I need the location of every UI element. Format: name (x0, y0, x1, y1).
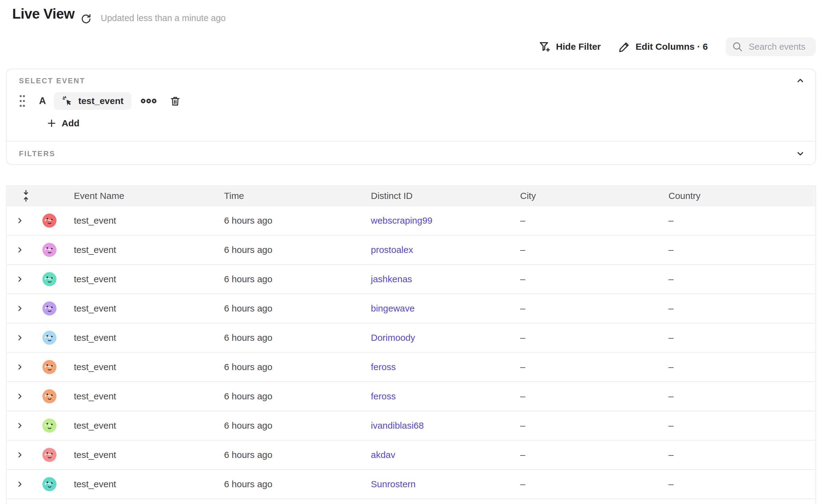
country-cell: – (668, 479, 673, 489)
city-cell: – (520, 420, 525, 431)
avatar (42, 418, 56, 433)
refresh-button[interactable] (80, 13, 92, 25)
avatar-face-icon (42, 302, 56, 316)
expand-row-button[interactable] (16, 246, 24, 254)
select-event-label: SELECT EVENT (19, 76, 85, 85)
expand-row-button[interactable] (16, 480, 24, 488)
distinct-id-link[interactable]: Sunrostern (371, 479, 416, 489)
expand-row-button[interactable] (16, 363, 24, 371)
ellipsis-icon (141, 98, 157, 104)
expand-row-button[interactable] (16, 451, 24, 459)
time-cell: 6 hours ago (224, 303, 272, 313)
distinct-id-link[interactable]: Dorimoody (371, 332, 415, 343)
add-button-label: Add (62, 118, 80, 128)
event-name-cell: test_event (74, 332, 116, 343)
chevron-down-icon (795, 149, 805, 158)
distinct-id-link[interactable]: akdav (371, 450, 395, 460)
expand-row-button[interactable] (16, 392, 24, 400)
table-row: test_event 6 hours ago bingewave – – (7, 294, 815, 323)
event-name-cell: test_event (74, 391, 116, 401)
overflow-menu-button[interactable] (141, 98, 157, 104)
filters-label: FILTERS (19, 149, 55, 158)
city-cell: – (520, 274, 525, 284)
avatar-face-icon (42, 243, 56, 257)
table-row: test_event 6 hours ago webscraping99 – – (7, 206, 815, 235)
avatar (42, 302, 56, 316)
table-header: Event Name Time Distinct ID City Country (7, 185, 815, 206)
chevron-right-icon (16, 246, 24, 254)
time-cell: 6 hours ago (224, 391, 272, 401)
country-cell: – (668, 215, 673, 226)
event-chip[interactable]: test_event (54, 92, 131, 110)
country-cell: – (668, 303, 673, 313)
distinct-id-link[interactable]: feross (371, 362, 396, 372)
search-box[interactable] (725, 37, 816, 56)
chevron-right-icon (16, 392, 24, 400)
country-cell: – (668, 420, 673, 431)
expand-row-button[interactable] (16, 334, 24, 342)
distinct-id-link[interactable]: bingewave (371, 303, 415, 313)
avatar (42, 272, 56, 286)
avatar (42, 360, 56, 374)
edit-columns-button[interactable]: Edit Columns · 6 (618, 40, 708, 53)
delete-event-button[interactable] (170, 95, 181, 107)
time-cell: 6 hours ago (224, 332, 272, 343)
distinct-id-link[interactable]: ivandiblasi68 (371, 420, 424, 431)
updated-status: Updated less than a minute ago (101, 13, 226, 23)
city-cell: – (520, 450, 525, 460)
avatar-face-icon (42, 477, 56, 491)
avatar (42, 477, 56, 491)
city-cell: – (520, 245, 525, 255)
plus-icon (47, 118, 57, 128)
event-name-cell: test_event (74, 450, 116, 460)
cursor-click-icon (62, 95, 73, 107)
event-series-label: A (39, 95, 46, 107)
page-title: Live View (12, 5, 74, 22)
chevron-right-icon (16, 451, 24, 459)
city-cell: – (520, 215, 525, 226)
chevron-right-icon (16, 305, 24, 312)
country-cell: – (668, 450, 673, 460)
expand-row-button[interactable] (16, 275, 24, 283)
table-row: test_event 6 hours ago ivandiblasi68 – – (7, 411, 815, 440)
time-cell: 6 hours ago (224, 245, 272, 255)
event-name-cell: test_event (74, 215, 116, 226)
event-name-cell: test_event (74, 479, 116, 489)
collapse-rows-icon[interactable] (22, 190, 30, 202)
collapse-section-button[interactable] (795, 76, 805, 85)
distinct-id-link[interactable]: prostoalex (371, 245, 413, 255)
expand-filters-button[interactable] (795, 149, 805, 158)
distinct-id-link[interactable]: jashkenas (371, 274, 412, 284)
event-name-cell: test_event (74, 274, 116, 284)
table-body: test_event 6 hours ago webscraping99 – –… (7, 206, 815, 499)
city-cell: – (520, 391, 525, 401)
events-table: Event Name Time Distinct ID City Country… (6, 185, 816, 504)
drag-handle-icon[interactable] (19, 94, 25, 108)
chevron-up-icon (795, 76, 805, 85)
avatar-face-icon (42, 331, 56, 345)
column-header-time: Time (224, 191, 244, 201)
avatar (42, 214, 56, 228)
chevron-right-icon (16, 217, 24, 224)
hide-filter-button[interactable]: Hide Filter (539, 40, 601, 53)
chevron-right-icon (16, 334, 24, 342)
time-cell: 6 hours ago (224, 450, 272, 460)
event-name-cell: test_event (74, 420, 116, 431)
refresh-icon (80, 13, 92, 25)
avatar (42, 389, 56, 403)
search-icon (732, 41, 743, 53)
expand-row-button[interactable] (16, 217, 24, 224)
avatar-face-icon (42, 360, 56, 374)
add-event-button[interactable]: Add (47, 118, 80, 128)
distinct-id-link[interactable]: feross (371, 391, 396, 401)
time-cell: 6 hours ago (224, 362, 272, 372)
avatar (42, 243, 56, 257)
expand-row-button[interactable] (16, 305, 24, 312)
trash-icon (170, 95, 181, 107)
expand-row-button[interactable] (16, 421, 24, 430)
event-name-cell: test_event (74, 362, 116, 372)
country-cell: – (668, 332, 673, 343)
chevron-right-icon (16, 421, 24, 430)
distinct-id-link[interactable]: webscraping99 (371, 215, 433, 226)
search-input[interactable] (748, 41, 810, 52)
